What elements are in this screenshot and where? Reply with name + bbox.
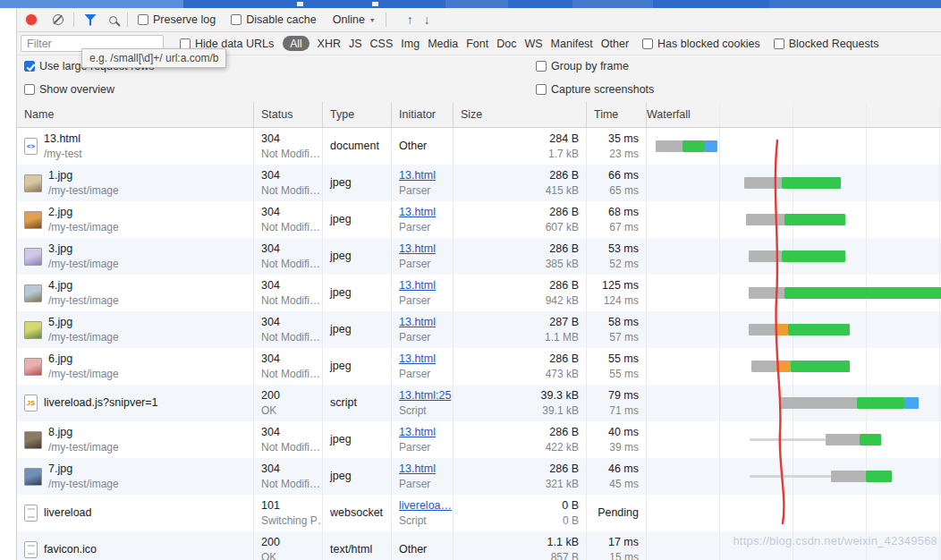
filter-type-css[interactable]: CSS [370, 38, 394, 50]
filter-icon[interactable] [84, 14, 97, 26]
status-cell-secondary: Not Modifi… [261, 367, 322, 381]
initiator-link[interactable]: 13.html [399, 425, 453, 440]
type-cell: jpeg [323, 201, 392, 238]
column-header-size[interactable]: Size [454, 102, 587, 127]
time-cell-secondary: 124 ms [594, 293, 639, 308]
table-row[interactable]: 3.jpg/my-test/image304Not Modifi…jpeg13.… [17, 238, 941, 275]
initiator-link[interactable]: 13.html [399, 278, 453, 293]
clear-button[interactable] [53, 14, 64, 25]
search-icon[interactable] [109, 16, 117, 24]
initiator-link[interactable]: 13.html [399, 168, 453, 183]
size-cell: 286 B415 kB [454, 165, 587, 201]
table-row[interactable]: 2.jpg/my-test/image304Not Modifi…jpeg13.… [17, 201, 941, 238]
column-header-time[interactable]: Time [587, 102, 647, 127]
filter-type-js[interactable]: JS [349, 38, 362, 50]
separator [127, 13, 128, 27]
time-cell-primary: 35 ms [594, 132, 639, 147]
initiator-link[interactable]: 13.html [399, 315, 453, 330]
table-row[interactable]: <>13.html/my-test304Not Modifi…documentO… [17, 128, 941, 165]
column-header-status[interactable]: Status [254, 102, 323, 127]
filter-type-manifest[interactable]: Manifest [551, 38, 593, 50]
filter-type-font[interactable]: Font [466, 38, 488, 50]
table-row[interactable]: 1.jpg/my-test/image304Not Modifi…jpeg13.… [17, 165, 941, 201]
waterfall-bar-gray [746, 214, 784, 225]
filter-type-xhr[interactable]: XHR [318, 38, 341, 50]
throttling-dropdown[interactable]: Online ▼ [333, 13, 376, 26]
filter-type-doc[interactable]: Doc [496, 38, 516, 50]
time-cell: 35 ms23 ms [587, 128, 647, 165]
import-har-icon[interactable]: ↑ [407, 13, 413, 27]
name-lines: 3.jpg/my-test/image [48, 242, 119, 271]
request-path: /my-test/image [48, 440, 119, 454]
capture-screenshots-checkbox[interactable]: Capture screenshots [536, 83, 654, 96]
checkbox-box-icon [536, 61, 547, 72]
status-cell: 304Not Modifi… [254, 311, 323, 348]
column-header-initiator[interactable]: Initiator [392, 102, 454, 127]
request-name: 1.jpg [48, 168, 119, 183]
table-row[interactable]: 6.jpg/my-test/image304Not Modifi…jpeg13.… [17, 348, 941, 385]
waterfall-bar-gray [744, 177, 782, 189]
export-har-icon[interactable]: ↓ [424, 13, 430, 27]
time-cell: 55 ms55 ms [587, 348, 647, 385]
initiator-link[interactable]: 13.html:25 [399, 388, 453, 403]
doc-file-icon [24, 505, 38, 522]
time-cell: 40 ms39 ms [587, 421, 647, 458]
waterfall-bar-gray [779, 397, 857, 409]
status-cell-secondary: Not Modifi… [261, 220, 322, 234]
browser-tab [0, 0, 183, 8]
size-cell: 286 B385 kB [454, 238, 587, 275]
initiator-cell: Other [392, 531, 454, 560]
initiator-text: Other [399, 542, 427, 557]
table-row[interactable]: 5.jpg/my-test/image304Not Modifi…jpeg13.… [17, 311, 941, 348]
request-path: /my-test/image [48, 220, 119, 234]
column-header-waterfall[interactable]: Waterfall [647, 102, 941, 127]
table-row[interactable]: JSlivereload.js?snipver=1200OKscript13.h… [17, 385, 941, 421]
table-row[interactable]: 7.jpg/my-test/image304Not Modifi…jpeg13.… [17, 458, 941, 495]
separator [73, 13, 74, 27]
group-by-frame-checkbox[interactable]: Group by frame [536, 60, 629, 72]
table-row[interactable]: 8.jpg/my-test/image304Not Modifi…jpeg13.… [17, 421, 941, 458]
filter-type-media[interactable]: Media [428, 38, 458, 50]
size-cell-primary: 286 B [461, 168, 579, 183]
initiator-cell: 13.htmlParser [392, 238, 454, 275]
initiator-link[interactable]: 13.html [399, 242, 453, 257]
column-header-name[interactable]: Name [17, 102, 254, 127]
time-cell: 58 ms57 ms [587, 311, 647, 348]
initiator-link[interactable]: 13.html [399, 352, 453, 367]
checkbox-box-icon [231, 14, 242, 25]
table-row[interactable]: 4.jpg/my-test/image304Not Modifi…jpeg13.… [17, 275, 941, 311]
disable-cache-checkbox[interactable]: Disable cache [231, 13, 317, 26]
preserve-log-checkbox[interactable]: Preserve log [138, 13, 216, 26]
filter-type-img[interactable]: Img [401, 38, 420, 50]
image-thumbnail-icon [24, 284, 42, 302]
initiator-link[interactable]: livereloa… [399, 498, 453, 513]
filter-type-all[interactable]: All [283, 36, 309, 51]
initiator-link[interactable]: 13.html [399, 462, 453, 477]
record-button[interactable] [26, 14, 37, 25]
request-name: 6.jpg [48, 352, 119, 367]
status-cell-primary: 200 [261, 535, 322, 550]
type-cell: jpeg [323, 238, 392, 275]
request-path: /my-test [44, 147, 82, 161]
time-cell-secondary: 23 ms [594, 147, 639, 161]
name-cell: 6.jpg/my-test/image [17, 348, 254, 385]
column-header-type[interactable]: Type [323, 102, 392, 127]
type-cell: jpeg [323, 421, 392, 458]
status-cell-secondary: Not Modifi… [261, 293, 322, 308]
waterfall-bar-green [860, 434, 881, 445]
has-blocked-cookies-checkbox[interactable]: Has blocked cookies [642, 38, 760, 50]
network-options-row-2: Show overview Capture screenshots [17, 79, 941, 102]
time-cell: 53 ms52 ms [587, 238, 647, 275]
initiator-link[interactable]: 13.html [399, 205, 453, 220]
devtools-network-panel: Preserve log Disable cache Online ▼ ↑ ↓ … [16, 8, 941, 560]
time-cell-primary: 55 ms [594, 352, 639, 367]
status-cell-secondary: Not Modifi… [261, 477, 322, 491]
filter-type-ws[interactable]: WS [524, 38, 542, 50]
size-cell-secondary: 1.7 kB [461, 147, 579, 161]
blocked-requests-checkbox[interactable]: Blocked Requests [774, 38, 879, 50]
time-cell-secondary: 55 ms [594, 367, 639, 381]
show-overview-checkbox[interactable]: Show overview [24, 83, 114, 96]
filter-type-other[interactable]: Other [601, 38, 629, 50]
time-cell-primary: Pending [598, 505, 639, 521]
table-row[interactable]: livereload101Switching P…websocketlivere… [17, 495, 941, 531]
